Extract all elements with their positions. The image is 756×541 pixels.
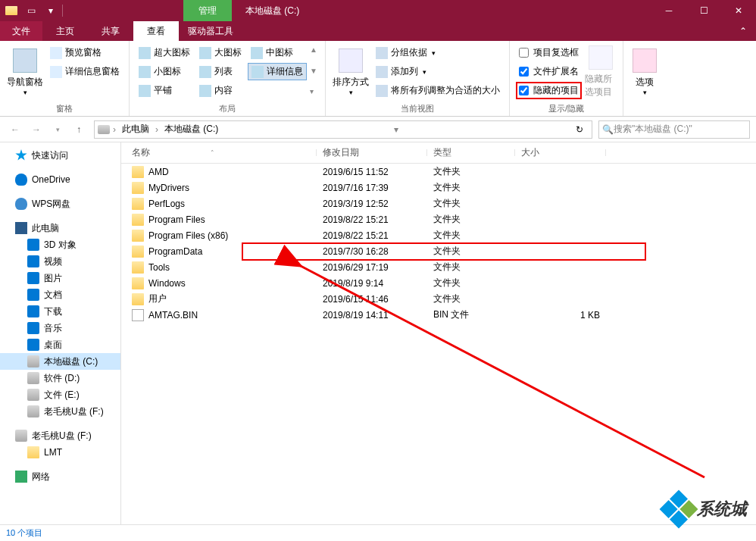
watermark-logo-icon <box>660 490 698 529</box>
sidebar-item[interactable]: 视频 <box>0 253 120 270</box>
usb-icon <box>15 430 27 442</box>
layout-scroll-down[interactable]: ▼ <box>310 67 319 75</box>
refresh-button[interactable]: ↻ <box>570 124 589 135</box>
navigation-pane-button[interactable]: 导航窗格 ▾ <box>6 44 44 100</box>
breadcrumb-current[interactable]: 本地磁盘 (C:) <box>161 123 221 136</box>
back-button[interactable]: ← <box>6 120 24 139</box>
drive-icon <box>98 125 110 134</box>
sidebar-item[interactable]: 音乐 <box>0 320 120 336</box>
folder-icon <box>132 230 144 242</box>
hide-icon <box>589 45 613 70</box>
search-box[interactable]: 🔍 搜索"本地磁盘 (C:)" <box>598 120 750 139</box>
content-button[interactable]: 内容 <box>196 82 245 99</box>
column-size[interactable]: 大小 <box>515 146 606 159</box>
breadcrumb-this-pc[interactable]: 此电脑 <box>119 123 152 136</box>
cloud-icon <box>15 174 27 186</box>
hidden-items-toggle[interactable]: 隐藏的项目 <box>516 82 582 99</box>
onedrive[interactable]: OneDrive <box>0 171 120 188</box>
title-bar: ▭ ▾ 管理 本地磁盘 (C:) ─ ☐ ✕ <box>0 0 756 21</box>
column-date[interactable]: 修改日期 <box>317 146 427 159</box>
close-button[interactable]: ✕ <box>721 0 756 21</box>
item-checkboxes-toggle[interactable]: 项目复选框 <box>516 44 582 61</box>
file-tab[interactable]: 文件 <box>0 21 42 41</box>
address-dropdown[interactable]: ▾ <box>387 124 405 135</box>
layout-expand[interactable]: ▾ <box>310 87 319 95</box>
sort-by-button[interactable]: 排序方式 ▾ <box>332 44 370 100</box>
medium-icons-button[interactable]: 中图标 <box>248 44 307 61</box>
file-row[interactable]: AMD2019/6/15 11:52文件夹 <box>121 164 756 180</box>
large-icon <box>199 47 211 59</box>
column-type[interactable]: 类型 <box>427 146 515 159</box>
qat-dropdown-icon[interactable]: ▾ <box>42 2 59 19</box>
sidebar-item[interactable]: 下载 <box>0 303 120 320</box>
home-tab[interactable]: 主页 <box>42 21 88 41</box>
file-row[interactable]: ProgramData2019/7/30 16:28文件夹 <box>121 243 756 259</box>
sidebar-item[interactable]: 图片 <box>0 270 120 286</box>
small-icon <box>139 66 151 78</box>
view-tab[interactable]: 查看 <box>133 21 179 41</box>
file-extensions-toggle[interactable]: 文件扩展名 <box>516 63 582 80</box>
navigation-pane[interactable]: 快速访问 OneDrive WPS网盘 此电脑 3D 对象视频图片文档下载音乐桌… <box>0 142 121 524</box>
sidebar-item[interactable]: 桌面 <box>0 336 120 353</box>
file-row[interactable]: Windows2019/8/19 9:14文件夹 <box>121 275 756 291</box>
sidebar-item[interactable]: 3D 对象 <box>0 236 120 253</box>
address-bar[interactable]: › 此电脑 › 本地磁盘 (C:) ▾ ↻ <box>94 120 592 139</box>
details-view-button[interactable]: 详细信息 <box>248 63 307 80</box>
small-icons-button[interactable]: 小图标 <box>136 63 193 80</box>
properties-icon[interactable]: ▭ <box>23 2 39 19</box>
chevron-right-icon[interactable]: › <box>113 124 116 135</box>
sidebar-item-icon <box>27 389 39 401</box>
group-by-button[interactable]: 分组依据▾ <box>373 44 503 61</box>
sidebar-item[interactable]: 软件 (D:) <box>0 370 120 386</box>
file-row[interactable]: MyDrivers2019/7/16 17:39文件夹 <box>121 180 756 195</box>
removable-drive[interactable]: 老毛桃U盘 (F:) <box>0 427 120 444</box>
file-row[interactable]: PerfLogs2019/3/19 12:52文件夹 <box>121 195 756 211</box>
file-list[interactable]: 名称˄ 修改日期 类型 大小 AMD2019/6/15 11:52文件夹MyDr… <box>121 142 756 524</box>
file-row[interactable]: Program Files (x86)2019/8/22 15:21文件夹 <box>121 227 756 243</box>
layout-scroll-up[interactable]: ▲ <box>310 45 319 54</box>
medium-icon <box>251 47 263 59</box>
details-pane-button[interactable]: 详细信息窗格 <box>47 63 123 80</box>
hide-selected-button[interactable]: 隐藏所选项目 <box>585 44 617 100</box>
this-pc[interactable]: 此电脑 <box>0 220 120 236</box>
options-button[interactable]: 选项 ▾ <box>629 44 660 100</box>
column-name[interactable]: 名称˄ <box>121 146 317 159</box>
file-row[interactable]: 用户2019/6/15 11:46文件夹 <box>121 291 756 307</box>
drive-tools-tab[interactable]: 驱动器工具 <box>179 21 242 41</box>
history-dropdown[interactable]: ▾ <box>48 120 67 139</box>
sidebar-item[interactable]: 文件 (E:) <box>0 386 120 403</box>
share-tab[interactable]: 共享 <box>88 21 133 41</box>
quick-access[interactable]: 快速访问 <box>0 147 120 164</box>
sidebar-item[interactable]: 老毛桃U盘 (F:) <box>0 403 120 420</box>
options-icon <box>633 48 657 73</box>
file-row[interactable]: Tools2019/6/29 17:19文件夹 <box>121 259 756 275</box>
quick-access-toolbar: ▭ ▾ <box>0 0 66 21</box>
sidebar-item[interactable]: 文档 <box>0 286 120 303</box>
wps-drive[interactable]: WPS网盘 <box>0 195 120 212</box>
folder-icon <box>132 214 144 226</box>
file-row[interactable]: Program Files2019/8/22 15:21文件夹 <box>121 211 756 227</box>
maximize-button[interactable]: ☐ <box>686 0 721 21</box>
sidebar-item-icon <box>27 255 39 267</box>
preview-icon <box>50 47 62 59</box>
tiles-button[interactable]: 平铺 <box>136 82 193 99</box>
large-icons-button[interactable]: 大图标 <box>196 44 245 61</box>
network[interactable]: 网络 <box>0 468 120 485</box>
minimize-button[interactable]: ─ <box>651 0 686 21</box>
up-button[interactable]: ↑ <box>70 120 88 139</box>
list-button[interactable]: 列表 <box>196 63 245 80</box>
chevron-right-icon[interactable]: › <box>155 124 158 135</box>
file-row[interactable]: AMTAG.BIN2019/8/19 14:11BIN 文件1 KB <box>121 307 756 323</box>
folder-icon <box>132 277 144 289</box>
folder-icon <box>132 293 144 305</box>
ribbon-collapse-button[interactable]: ⌃ <box>730 21 756 41</box>
autosize-columns-button[interactable]: 将所有列调整为合适的大小 <box>373 82 503 99</box>
forward-button[interactable]: → <box>27 120 45 139</box>
list-icon <box>199 66 211 78</box>
sidebar-item[interactable]: 本地磁盘 (C:) <box>0 353 120 370</box>
add-columns-button[interactable]: 添加列▾ <box>373 63 503 80</box>
extra-large-icons-button[interactable]: 超大图标 <box>136 44 193 61</box>
preview-pane-button[interactable]: 预览窗格 <box>47 44 123 61</box>
lmt-folder[interactable]: LMT <box>0 444 120 461</box>
sidebar-item-icon <box>27 322 39 334</box>
